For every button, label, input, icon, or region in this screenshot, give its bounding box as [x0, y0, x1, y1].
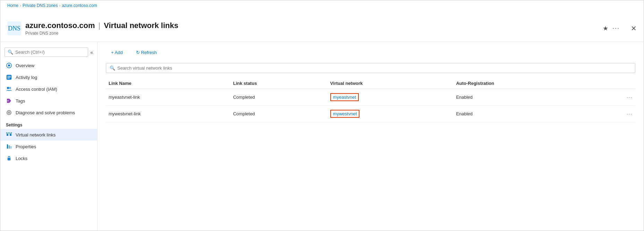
sidebar-search-input[interactable]: [15, 50, 85, 55]
sidebar-item-access-control[interactable]: Access control (IAM): [0, 83, 97, 95]
sidebar-item-virtual-network-links-label: Virtual network links: [16, 132, 56, 137]
svg-point-25: [9, 159, 9, 160]
search-icon: 🔍: [8, 50, 13, 55]
overview-icon: [6, 62, 12, 69]
sidebar-item-locks-label: Locks: [16, 156, 27, 161]
sidebar-item-access-control-label: Access control (IAM): [16, 87, 57, 92]
sidebar-search-container: 🔍 «: [0, 45, 97, 60]
favorite-star[interactable]: ★: [603, 25, 608, 32]
col-link-name: Link Name: [106, 77, 230, 89]
close-button[interactable]: ✕: [631, 24, 637, 33]
header-title: azure.contoso.com | Virtual network link…: [25, 21, 603, 30]
svg-text:DNS: DNS: [8, 25, 20, 32]
table-row: mywestvnet-linkCompletedmywestvnetEnable…: [106, 106, 635, 122]
svg-rect-12: [7, 134, 8, 136]
cell-virtual-network[interactable]: mywestvnet: [328, 106, 454, 122]
svg-rect-6: [7, 77, 11, 78]
sidebar-item-tags-label: Tags: [16, 98, 25, 104]
virtual-network-links-table: Link Name Link status Virtual network Au…: [106, 77, 635, 122]
col-actions-header: [598, 77, 635, 89]
breadcrumb-dns-zones[interactable]: Private DNS zones: [23, 3, 58, 8]
properties-icon: [6, 143, 12, 150]
cell-virtual-network[interactable]: myeastvnet: [328, 89, 454, 106]
page-title: Virtual network links: [104, 21, 178, 30]
toolbar: + Add ↻ Refresh: [106, 47, 635, 57]
sidebar-item-properties-label: Properties: [16, 144, 36, 149]
cell-auto-registration: Enabled: [453, 89, 598, 106]
cell-row-actions[interactable]: ···: [598, 89, 635, 106]
col-virtual-network: Virtual network: [328, 77, 454, 89]
virtual-network-link[interactable]: mywestvnet: [330, 110, 360, 118]
header-actions: ★ ··· ✕: [603, 24, 637, 33]
sidebar-item-overview[interactable]: Overview: [0, 60, 97, 71]
table-search-input[interactable]: [117, 65, 632, 71]
locks-icon: [6, 155, 12, 161]
col-link-status: Link status: [230, 77, 328, 89]
sidebar-item-activity-log[interactable]: Activity log: [0, 71, 97, 83]
resource-name: azure.contoso.com: [25, 21, 95, 30]
cell-link-name: mywestvnet-link: [106, 106, 230, 122]
cell-link-name: myeastvnet-link: [106, 89, 230, 106]
sidebar-item-overview-label: Overview: [16, 63, 34, 68]
more-options-button[interactable]: ···: [612, 25, 620, 32]
refresh-button[interactable]: ↻ Refresh: [131, 47, 162, 57]
diagnose-icon: [6, 109, 12, 116]
resource-icon: DNS: [7, 21, 21, 35]
breadcrumb-current[interactable]: azure.contoso.com: [62, 3, 97, 8]
filter-search-icon: 🔍: [110, 65, 115, 71]
breadcrumb-chevron-1: ›: [20, 3, 21, 8]
svg-point-8: [7, 87, 9, 89]
breadcrumb-chevron-2: ›: [59, 3, 60, 8]
sidebar: 🔍 « Overview: [0, 42, 98, 231]
header-text-block: azure.contoso.com | Virtual network link…: [25, 21, 603, 36]
svg-point-11: [7, 110, 11, 115]
access-control-icon: [6, 86, 12, 92]
svg-rect-5: [7, 76, 11, 77]
sidebar-item-diagnose[interactable]: Diagnose and solve problems: [0, 107, 97, 118]
cell-auto-registration: Enabled: [453, 106, 598, 122]
cell-link-status: Completed: [230, 89, 328, 106]
add-button[interactable]: + Add: [106, 47, 128, 57]
resource-subtitle: Private DNS zone: [25, 31, 603, 36]
title-separator: |: [98, 21, 100, 30]
col-auto-registration: Auto-Registration: [453, 77, 598, 89]
table-search-filter[interactable]: 🔍: [106, 63, 635, 73]
svg-point-3: [8, 64, 10, 66]
collapse-sidebar-button[interactable]: «: [90, 50, 93, 55]
sidebar-item-virtual-network-links[interactable]: Virtual network links: [0, 129, 97, 141]
content-area: + Add ↻ Refresh 🔍 Link Name Link status …: [98, 42, 644, 231]
table-row: myeastvnet-linkCompletedmyeastvnetEnable…: [106, 89, 635, 106]
cell-row-actions[interactable]: ···: [598, 106, 635, 122]
virtual-network-links-icon: [6, 132, 12, 138]
svg-rect-13: [10, 134, 11, 136]
sidebar-search-box[interactable]: 🔍: [5, 47, 88, 57]
svg-rect-21: [7, 144, 8, 149]
svg-rect-7: [7, 78, 10, 79]
virtual-network-link[interactable]: myeastvnet: [330, 93, 359, 101]
cell-link-status: Completed: [230, 106, 328, 122]
svg-point-10: [8, 100, 9, 101]
svg-rect-22: [9, 145, 10, 149]
main-layout: 🔍 « Overview: [0, 42, 644, 231]
table-header-row: Link Name Link status Virtual network Au…: [106, 77, 635, 89]
sidebar-item-properties[interactable]: Properties: [0, 141, 97, 152]
settings-section-header: Settings: [0, 118, 97, 129]
sidebar-item-diagnose-label: Diagnose and solve problems: [16, 110, 75, 115]
sidebar-item-tags[interactable]: Tags: [0, 95, 97, 107]
tags-icon: [6, 98, 12, 104]
sidebar-item-locks[interactable]: Locks: [0, 152, 97, 164]
svg-rect-23: [10, 146, 11, 149]
breadcrumb-home[interactable]: Home: [7, 3, 18, 8]
page-header: DNS azure.contoso.com | Virtual network …: [0, 11, 644, 42]
sidebar-item-activity-log-label: Activity log: [16, 75, 37, 80]
breadcrumb: Home › Private DNS zones › azure.contoso…: [0, 0, 644, 11]
activity-log-icon: [6, 74, 12, 80]
svg-point-9: [9, 87, 11, 89]
